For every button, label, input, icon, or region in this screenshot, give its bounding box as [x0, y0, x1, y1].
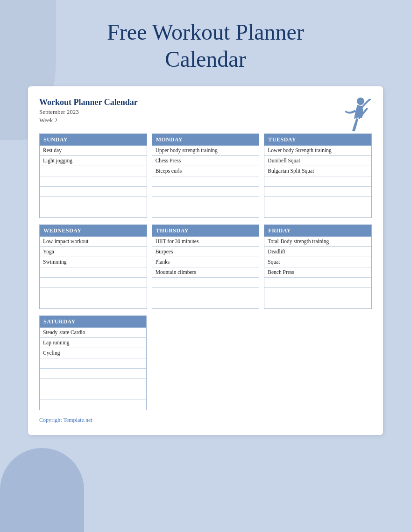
- list-item: [152, 207, 259, 217]
- list-item: Biceps curls: [152, 166, 259, 176]
- list-item: [40, 267, 147, 278]
- list-item: [152, 288, 259, 298]
- list-item: [40, 379, 146, 389]
- list-item: [152, 197, 259, 207]
- list-item: [264, 207, 371, 217]
- list-item: [40, 389, 146, 399]
- page-title: Free Workout Planner Calendar: [107, 19, 304, 72]
- card-subtitle: September 2023: [39, 108, 372, 116]
- monday-header: MONDAY: [152, 134, 259, 146]
- monday-block: MONDAY Upper body strength trainingChess…: [152, 133, 260, 218]
- list-item: [264, 298, 371, 308]
- list-item: Low-impact workout: [40, 237, 147, 247]
- list-item: [152, 298, 259, 308]
- list-item: Light jogging: [40, 156, 147, 166]
- list-item: [40, 187, 147, 197]
- list-item: Deadlift: [264, 247, 371, 257]
- list-item: [40, 197, 147, 207]
- list-item: [152, 176, 259, 187]
- list-item: [264, 176, 371, 187]
- list-item: [264, 187, 371, 197]
- list-item: Bulgarian Split Squat: [264, 166, 371, 176]
- saturday-block: SATURDAY Steady-state CardioLap runningC…: [39, 315, 147, 410]
- friday-header: FRIDAY: [264, 225, 371, 237]
- card-header: Workout Planner Calendar September 2023 …: [39, 98, 372, 124]
- thursday-header: THURSDAY: [152, 225, 259, 237]
- wednesday-block: WEDNESDAY Low-impact workoutYogaSwimming: [39, 224, 147, 309]
- list-item: Mountain climbers: [152, 267, 259, 278]
- list-item: Rest day: [40, 146, 147, 156]
- wednesday-rows: Low-impact workoutYogaSwimming: [40, 237, 147, 308]
- list-item: [40, 288, 147, 298]
- thursday-rows: HIIT for 30 minutesBurpeesPlanksMountain…: [152, 237, 259, 308]
- list-item: [40, 399, 146, 410]
- list-item: Chess Press: [152, 156, 259, 166]
- list-item: [40, 278, 147, 288]
- list-item: Upper body strength training: [152, 146, 259, 156]
- saturday-header: SATURDAY: [40, 316, 146, 328]
- list-item: [40, 207, 147, 217]
- list-item: [40, 176, 147, 187]
- list-item: Yoga: [40, 247, 147, 257]
- list-item: [152, 187, 259, 197]
- week-row-1: SUNDAY Rest dayLight jogging MONDAY Uppe…: [39, 133, 372, 218]
- copyright-text: Copyright Template.net: [39, 417, 372, 424]
- tuesday-rows: Lower body Strength trainingDumbell Squa…: [264, 146, 371, 217]
- list-item: [40, 369, 146, 379]
- list-item: [40, 166, 147, 176]
- friday-block: FRIDAY Total-Body strength trainingDeadl…: [264, 224, 372, 309]
- list-item: Swimming: [40, 257, 147, 267]
- list-item: [40, 298, 147, 308]
- friday-rows: Total-Body strength trainingDeadliftSqua…: [264, 237, 371, 308]
- planner-card: Workout Planner Calendar September 2023 …: [28, 86, 383, 435]
- card-title: Workout Planner Calendar: [39, 98, 372, 107]
- list-item: [264, 288, 371, 298]
- sunday-header: SUNDAY: [40, 134, 147, 146]
- list-item: Total-Body strength training: [264, 237, 371, 247]
- sunday-rows: Rest dayLight jogging: [40, 146, 147, 217]
- list-item: Squat: [264, 257, 371, 267]
- list-item: [40, 358, 146, 369]
- list-item: Cycling: [40, 348, 146, 358]
- list-item: Bench Press: [264, 267, 371, 278]
- list-item: [152, 278, 259, 288]
- list-item: Steady-state Cardio: [40, 328, 146, 338]
- thursday-block: THURSDAY HIIT for 30 minutesBurpeesPlank…: [152, 224, 260, 309]
- monday-rows: Upper body strength trainingChess PressB…: [152, 146, 259, 217]
- list-item: HIIT for 30 minutes: [152, 237, 259, 247]
- list-item: [264, 278, 371, 288]
- week-row-3: SATURDAY Steady-state CardioLap runningC…: [39, 315, 372, 410]
- card-week: Week 2: [39, 117, 372, 124]
- list-item: Lap running: [40, 338, 146, 348]
- list-item: Burpees: [152, 247, 259, 257]
- wednesday-header: WEDNESDAY: [40, 225, 147, 237]
- svg-point-0: [357, 98, 364, 105]
- sunday-block: SUNDAY Rest dayLight jogging: [39, 133, 147, 218]
- list-item: Planks: [152, 257, 259, 267]
- week-row-2: WEDNESDAY Low-impact workoutYogaSwimming…: [39, 224, 372, 309]
- list-item: [264, 197, 371, 207]
- dancer-icon: [332, 96, 374, 147]
- list-item: Lower body Strength training: [264, 146, 371, 156]
- list-item: Dumbell Squat: [264, 156, 371, 166]
- saturday-rows: Steady-state CardioLap runningCycling: [40, 328, 146, 410]
